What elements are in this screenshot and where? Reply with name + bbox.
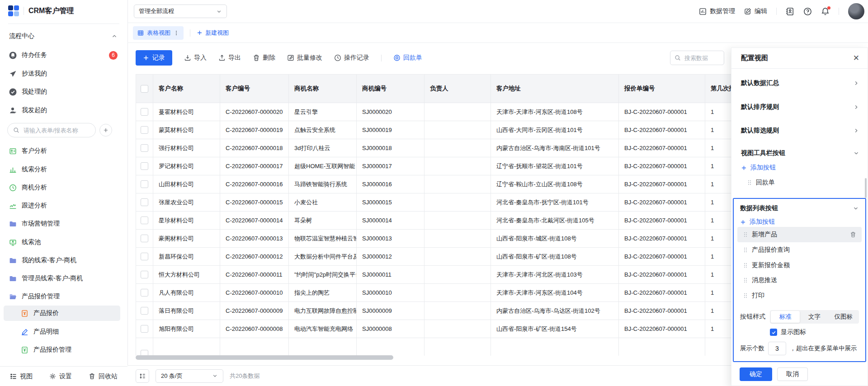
sidebar-item-customer-analysis[interactable]: 客户分析 xyxy=(0,143,127,159)
sidebar-search-field[interactable] xyxy=(7,123,96,137)
user-avatar[interactable] xyxy=(848,3,864,19)
data-manage-button[interactable]: 数据管理 xyxy=(699,7,735,15)
style-option-icon-only[interactable]: 仅图标 xyxy=(829,311,858,323)
sidebar-item-initiated-by-me[interactable]: 我发起的 xyxy=(0,103,127,118)
sidebar-item-leads-analysis[interactable]: 线索分析 xyxy=(0,162,127,177)
sidebar-item-followup-analysis[interactable]: 跟进分析 xyxy=(0,198,127,213)
sidebar-item-my-leads[interactable]: 我的线索-客户-商机 xyxy=(0,253,127,268)
sidebar-item-marketing-management[interactable]: 市场营销管理 xyxy=(0,216,127,231)
chevron-right-icon xyxy=(853,104,859,110)
table-cell: SJ0000016 xyxy=(357,175,425,193)
row-height-button[interactable] xyxy=(136,369,149,383)
row-checkbox[interactable] xyxy=(136,212,153,229)
table-search-input[interactable] xyxy=(684,54,720,62)
page-size-dropdown[interactable]: 20 条/页 xyxy=(156,369,223,383)
display-count-input[interactable] xyxy=(768,342,786,355)
column-header[interactable]: 商机编号 xyxy=(357,75,425,103)
receipt-button[interactable]: 回款单 xyxy=(393,54,422,62)
import-button[interactable]: 导入 xyxy=(184,54,207,62)
sidebar-search xyxy=(7,123,112,137)
style-option-standard[interactable]: 标准 xyxy=(771,311,800,323)
sidebar-item-handled-by-me[interactable]: 我处理的 xyxy=(0,84,127,99)
row-checkbox[interactable] xyxy=(136,338,153,356)
row-checkbox[interactable] xyxy=(136,157,153,175)
new-view-button[interactable]: 新建视图 xyxy=(197,29,229,37)
add-form-button[interactable] xyxy=(99,124,112,137)
show-icon-checkbox[interactable] xyxy=(770,329,777,336)
sidebar-item-product-quote[interactable]: 产品报价 xyxy=(4,306,120,321)
toolbar-button-item-receipt[interactable]: 回款单 xyxy=(747,176,775,189)
notification-bell-icon[interactable] xyxy=(821,7,830,16)
row-checkbox[interactable] xyxy=(136,320,153,338)
line-chart-icon xyxy=(9,202,17,210)
row-checkbox[interactable] xyxy=(136,193,153,211)
add-toolbar-button[interactable]: 添加按钮 xyxy=(741,162,776,174)
sidebar-item-opportunity-analysis[interactable]: 商机分析 xyxy=(0,180,127,195)
table-grid-icon xyxy=(137,30,144,36)
operation-log-button[interactable]: 操作记录 xyxy=(334,54,369,62)
delete-button[interactable]: 删除 xyxy=(253,54,275,62)
views-button[interactable]: 视图 xyxy=(10,372,33,381)
batch-edit-button[interactable]: 批量修改 xyxy=(287,54,322,62)
sidebar-item-admin-leads[interactable]: 管理员线索-客户-商机 xyxy=(0,271,127,286)
row-checkbox[interactable] xyxy=(136,266,153,283)
row-checkbox[interactable] xyxy=(136,248,153,265)
column-header[interactable]: 客户地址 xyxy=(491,75,619,103)
tab-table-view[interactable]: 表格视图 xyxy=(133,26,184,40)
row-checkbox[interactable] xyxy=(136,230,153,247)
delete-item-icon[interactable] xyxy=(850,231,856,238)
select-all-checkbox[interactable] xyxy=(136,75,153,103)
export-button[interactable]: 导出 xyxy=(218,54,241,62)
add-record-button[interactable]: 记录 xyxy=(136,50,172,66)
contacts-icon[interactable] xyxy=(786,7,794,16)
sidebar-item-todo-tasks[interactable]: 待办任务 6 xyxy=(0,47,127,63)
section-default-summary[interactable]: 默认数据汇总 xyxy=(741,75,859,91)
row-checkbox[interactable] xyxy=(136,103,153,121)
sidebar-item-cc-to-me[interactable]: 抄送我的 xyxy=(0,66,127,81)
table-cell xyxy=(619,338,705,356)
panel-scrollbar[interactable] xyxy=(865,178,867,198)
more-options-icon[interactable] xyxy=(174,30,179,36)
row-checkbox[interactable] xyxy=(136,284,153,301)
table-cell: BJ-C-20220607-000001 xyxy=(619,121,705,139)
list-button-item-print[interactable]: 打印 xyxy=(743,288,764,303)
row-checkbox[interactable] xyxy=(136,139,153,157)
row-checkbox[interactable] xyxy=(136,175,153,193)
list-button-item-quote-query[interactable]: 产品报价查询 xyxy=(743,242,790,258)
sidebar-item-product-quote-management-group[interactable]: 产品报价管理 xyxy=(0,289,127,304)
sidebar-search-input[interactable] xyxy=(23,127,88,134)
sidebar-item-product-quote-management[interactable]: 产品报价管理 xyxy=(0,342,127,358)
add-list-button[interactable]: 添加按钮 xyxy=(740,216,775,228)
horizontal-scrollbar[interactable] xyxy=(136,355,393,360)
column-header[interactable]: 商机名称 xyxy=(289,75,357,103)
table-cell xyxy=(153,338,220,356)
cancel-button[interactable]: 取消 xyxy=(777,367,808,381)
settings-button[interactable]: 设置 xyxy=(49,372,72,381)
column-header[interactable]: 客户名称 xyxy=(153,75,220,103)
column-header[interactable]: 报价单编号 xyxy=(619,75,705,103)
edit-button[interactable]: 编辑 xyxy=(744,7,767,15)
table-cell: C-20220607-0000010 xyxy=(220,284,289,301)
list-button-item-new-product[interactable]: 新增产品 xyxy=(737,227,862,242)
section-default-sort[interactable]: 默认排序规则 xyxy=(741,99,859,115)
sidebar-item-lead-pool[interactable]: 线索池 xyxy=(0,235,127,250)
row-checkbox[interactable] xyxy=(136,121,153,139)
section-view-toolbar-buttons[interactable]: 视图工具栏按钮 xyxy=(741,145,859,161)
column-header[interactable]: 负责人 xyxy=(425,75,491,103)
table-cell: SJ0000012 xyxy=(357,248,425,265)
section-data-list-buttons[interactable]: 数据列表按钮 xyxy=(740,202,859,215)
list-button-item-message-push[interactable]: 消息推送 xyxy=(743,273,777,288)
close-icon[interactable]: ✕ xyxy=(853,54,859,62)
column-header[interactable]: 客户编号 xyxy=(220,75,289,103)
sidebar-item-product-detail[interactable]: 产品明细 xyxy=(0,324,127,339)
section-default-filter[interactable]: 默认筛选规则 xyxy=(741,122,859,139)
list-button-item-update-quote-amount[interactable]: 更新报价金额 xyxy=(743,258,790,273)
help-icon[interactable] xyxy=(803,7,812,16)
flow-select-dropdown[interactable]: 管理全部流程 xyxy=(134,5,227,18)
sidebar-section-process-center[interactable]: 流程中心 xyxy=(0,28,127,44)
style-option-text[interactable]: 文字 xyxy=(800,311,829,323)
recycle-bin-button[interactable]: 回收站 xyxy=(89,372,118,381)
table-search-field[interactable] xyxy=(670,51,724,65)
confirm-button[interactable]: 确定 xyxy=(740,367,772,381)
row-checkbox[interactable] xyxy=(136,302,153,320)
